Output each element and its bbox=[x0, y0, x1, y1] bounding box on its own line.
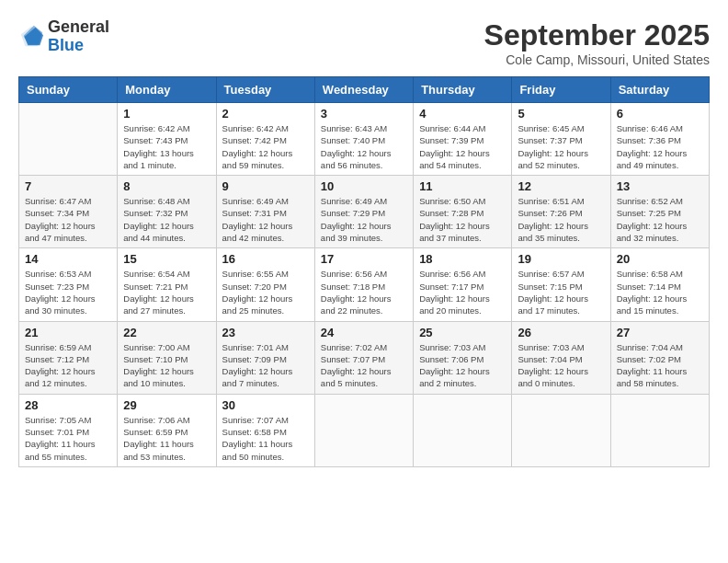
day-info: Sunrise: 6:46 AM Sunset: 7:36 PM Dayligh… bbox=[617, 122, 703, 171]
day-info: Sunrise: 6:42 AM Sunset: 7:43 PM Dayligh… bbox=[123, 122, 210, 171]
day-number: 28 bbox=[25, 398, 111, 412]
calendar-cell: 25Sunrise: 7:03 AM Sunset: 7:06 PM Dayli… bbox=[414, 321, 512, 394]
day-info: Sunrise: 6:54 AM Sunset: 7:21 PM Dayligh… bbox=[123, 268, 210, 316]
day-info: Sunrise: 6:52 AM Sunset: 7:25 PM Dayligh… bbox=[617, 195, 703, 244]
calendar-cell: 20Sunrise: 6:58 AM Sunset: 7:14 PM Dayli… bbox=[610, 248, 709, 321]
day-number: 19 bbox=[518, 252, 604, 266]
day-number: 13 bbox=[617, 179, 703, 193]
logo-icon bbox=[18, 24, 44, 50]
day-info: Sunrise: 7:05 AM Sunset: 7:01 PM Dayligh… bbox=[25, 414, 111, 463]
day-info: Sunrise: 6:56 AM Sunset: 7:18 PM Dayligh… bbox=[321, 268, 407, 316]
calendar-cell bbox=[414, 394, 512, 466]
weekday-header-friday: Friday bbox=[512, 77, 610, 103]
weekday-header-row: SundayMondayTuesdayWednesdayThursdayFrid… bbox=[19, 77, 710, 103]
day-info: Sunrise: 7:07 AM Sunset: 6:58 PM Dayligh… bbox=[222, 414, 309, 463]
day-info: Sunrise: 6:47 AM Sunset: 7:34 PM Dayligh… bbox=[25, 195, 111, 244]
day-info: Sunrise: 6:55 AM Sunset: 7:20 PM Dayligh… bbox=[222, 268, 309, 316]
day-info: Sunrise: 6:58 AM Sunset: 7:14 PM Dayligh… bbox=[617, 268, 703, 316]
day-number: 2 bbox=[222, 107, 309, 121]
day-info: Sunrise: 6:44 AM Sunset: 7:39 PM Dayligh… bbox=[419, 122, 506, 171]
day-info: Sunrise: 6:50 AM Sunset: 7:28 PM Dayligh… bbox=[419, 195, 506, 244]
day-info: Sunrise: 6:43 AM Sunset: 7:40 PM Dayligh… bbox=[321, 122, 407, 171]
title-block: September 2025 Cole Camp, Missouri, Unit… bbox=[484, 18, 710, 67]
day-number: 17 bbox=[321, 252, 407, 266]
calendar-cell: 23Sunrise: 7:01 AM Sunset: 7:09 PM Dayli… bbox=[216, 321, 314, 394]
calendar-cell: 16Sunrise: 6:55 AM Sunset: 7:20 PM Dayli… bbox=[216, 248, 314, 321]
day-number: 21 bbox=[25, 326, 111, 339]
week-row-3: 14Sunrise: 6:53 AM Sunset: 7:23 PM Dayli… bbox=[19, 248, 710, 321]
month-title: September 2025 bbox=[484, 18, 710, 52]
day-info: Sunrise: 7:01 AM Sunset: 7:09 PM Dayligh… bbox=[222, 341, 309, 390]
day-number: 16 bbox=[222, 252, 309, 266]
calendar-cell: 5Sunrise: 6:45 AM Sunset: 7:37 PM Daylig… bbox=[512, 103, 610, 176]
calendar-cell: 15Sunrise: 6:54 AM Sunset: 7:21 PM Dayli… bbox=[118, 248, 216, 321]
calendar-cell: 8Sunrise: 6:48 AM Sunset: 7:32 PM Daylig… bbox=[118, 176, 216, 248]
day-info: Sunrise: 6:42 AM Sunset: 7:42 PM Dayligh… bbox=[222, 122, 309, 171]
calendar-cell: 11Sunrise: 6:50 AM Sunset: 7:28 PM Dayli… bbox=[414, 176, 512, 248]
weekday-header-thursday: Thursday bbox=[414, 77, 512, 103]
day-number: 30 bbox=[222, 398, 309, 412]
calendar-cell: 19Sunrise: 6:57 AM Sunset: 7:15 PM Dayli… bbox=[512, 248, 610, 321]
logo: General Blue bbox=[18, 18, 109, 55]
calendar-cell: 10Sunrise: 6:49 AM Sunset: 7:29 PM Dayli… bbox=[314, 176, 413, 248]
week-row-2: 7Sunrise: 6:47 AM Sunset: 7:34 PM Daylig… bbox=[19, 176, 710, 248]
day-info: Sunrise: 7:02 AM Sunset: 7:07 PM Dayligh… bbox=[321, 341, 407, 390]
day-number: 11 bbox=[419, 179, 506, 193]
day-info: Sunrise: 6:59 AM Sunset: 7:12 PM Dayligh… bbox=[25, 341, 111, 390]
calendar-cell: 24Sunrise: 7:02 AM Sunset: 7:07 PM Dayli… bbox=[314, 321, 413, 394]
calendar-cell: 27Sunrise: 7:04 AM Sunset: 7:02 PM Dayli… bbox=[610, 321, 709, 394]
calendar-cell: 12Sunrise: 6:51 AM Sunset: 7:26 PM Dayli… bbox=[512, 176, 610, 248]
day-info: Sunrise: 6:53 AM Sunset: 7:23 PM Dayligh… bbox=[25, 268, 111, 316]
day-number: 14 bbox=[25, 252, 111, 266]
day-number: 23 bbox=[222, 326, 309, 339]
week-row-5: 28Sunrise: 7:05 AM Sunset: 7:01 PM Dayli… bbox=[19, 394, 710, 466]
logo-blue: Blue bbox=[48, 37, 109, 55]
day-number: 26 bbox=[518, 326, 604, 339]
day-info: Sunrise: 6:57 AM Sunset: 7:15 PM Dayligh… bbox=[518, 268, 604, 316]
calendar-cell: 7Sunrise: 6:47 AM Sunset: 7:34 PM Daylig… bbox=[19, 176, 118, 248]
day-number: 22 bbox=[123, 326, 210, 339]
day-number: 9 bbox=[222, 179, 309, 193]
weekday-header-tuesday: Tuesday bbox=[216, 77, 314, 103]
calendar-cell: 4Sunrise: 6:44 AM Sunset: 7:39 PM Daylig… bbox=[414, 103, 512, 176]
calendar-cell bbox=[314, 394, 413, 466]
calendar-cell: 2Sunrise: 6:42 AM Sunset: 7:42 PM Daylig… bbox=[216, 103, 314, 176]
logo-text: General Blue bbox=[48, 18, 109, 55]
day-info: Sunrise: 7:06 AM Sunset: 6:59 PM Dayligh… bbox=[123, 414, 210, 463]
day-info: Sunrise: 6:49 AM Sunset: 7:29 PM Dayligh… bbox=[321, 195, 407, 244]
calendar-cell: 29Sunrise: 7:06 AM Sunset: 6:59 PM Dayli… bbox=[118, 394, 216, 466]
day-info: Sunrise: 6:49 AM Sunset: 7:31 PM Dayligh… bbox=[222, 195, 309, 244]
day-number: 24 bbox=[321, 326, 407, 339]
calendar-cell: 6Sunrise: 6:46 AM Sunset: 7:36 PM Daylig… bbox=[610, 103, 709, 176]
calendar-cell: 30Sunrise: 7:07 AM Sunset: 6:58 PM Dayli… bbox=[216, 394, 314, 466]
calendar-cell bbox=[512, 394, 610, 466]
calendar-cell: 13Sunrise: 6:52 AM Sunset: 7:25 PM Dayli… bbox=[610, 176, 709, 248]
calendar-cell: 14Sunrise: 6:53 AM Sunset: 7:23 PM Dayli… bbox=[19, 248, 118, 321]
weekday-header-wednesday: Wednesday bbox=[314, 77, 413, 103]
calendar-cell: 21Sunrise: 6:59 AM Sunset: 7:12 PM Dayli… bbox=[19, 321, 118, 394]
calendar-cell: 22Sunrise: 7:00 AM Sunset: 7:10 PM Dayli… bbox=[118, 321, 216, 394]
day-info: Sunrise: 6:56 AM Sunset: 7:17 PM Dayligh… bbox=[419, 268, 506, 316]
weekday-header-monday: Monday bbox=[118, 77, 216, 103]
day-number: 27 bbox=[617, 326, 703, 339]
location: Cole Camp, Missouri, United States bbox=[484, 52, 710, 67]
calendar-cell bbox=[610, 394, 709, 466]
day-number: 18 bbox=[419, 252, 506, 266]
day-number: 3 bbox=[321, 107, 407, 121]
calendar-cell: 17Sunrise: 6:56 AM Sunset: 7:18 PM Dayli… bbox=[314, 248, 413, 321]
day-number: 12 bbox=[518, 179, 604, 193]
day-info: Sunrise: 7:00 AM Sunset: 7:10 PM Dayligh… bbox=[123, 341, 210, 390]
calendar-cell: 28Sunrise: 7:05 AM Sunset: 7:01 PM Dayli… bbox=[19, 394, 118, 466]
logo-general: General bbox=[48, 18, 109, 37]
day-number: 5 bbox=[518, 107, 604, 121]
day-info: Sunrise: 7:03 AM Sunset: 7:06 PM Dayligh… bbox=[419, 341, 506, 390]
calendar-cell: 3Sunrise: 6:43 AM Sunset: 7:40 PM Daylig… bbox=[314, 103, 413, 176]
day-info: Sunrise: 7:04 AM Sunset: 7:02 PM Dayligh… bbox=[617, 341, 703, 390]
day-number: 15 bbox=[123, 252, 210, 266]
day-info: Sunrise: 7:03 AM Sunset: 7:04 PM Dayligh… bbox=[518, 341, 604, 390]
day-number: 1 bbox=[123, 107, 210, 121]
day-number: 29 bbox=[123, 398, 210, 412]
day-number: 4 bbox=[419, 107, 506, 121]
calendar-cell bbox=[19, 103, 118, 176]
day-number: 20 bbox=[617, 252, 703, 266]
